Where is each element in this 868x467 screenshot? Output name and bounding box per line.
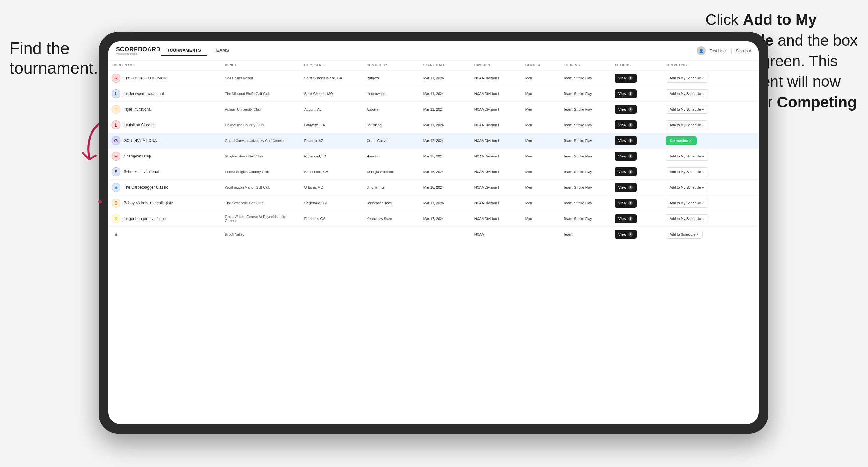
- nav-right: 👤 Test User | Sign out: [697, 46, 751, 55]
- td-venue: Brook Valley: [222, 227, 301, 242]
- add-to-schedule-button[interactable]: Add to My Schedule +: [665, 198, 708, 208]
- td-competing: Add to My Schedule +: [662, 102, 759, 117]
- td-city: Saint Charles, MO: [301, 86, 363, 102]
- add-to-schedule-button[interactable]: Add to My Schedule +: [665, 167, 708, 176]
- view-button[interactable]: View ℹ: [615, 136, 637, 145]
- table-row: T Tiger Invitational Auburn University C…: [108, 102, 759, 117]
- team-logo: G: [112, 136, 121, 145]
- team-logo: B: [112, 198, 121, 208]
- td-gender: Men: [522, 86, 560, 102]
- td-date: Mar 16, 2024: [420, 180, 471, 195]
- td-gender: Men: [522, 70, 560, 86]
- td-scoring: Team, Stroke Play: [560, 70, 611, 86]
- add-to-schedule-button[interactable]: Add to My Schedule +: [665, 121, 708, 129]
- side-dot: [98, 200, 102, 204]
- td-hosted: Grand Canyon: [363, 133, 420, 149]
- team-logo: K: [112, 214, 121, 223]
- td-competing: Add to My Schedule +: [662, 149, 759, 164]
- table-row: L Louisiana Classics Oakbourne Country C…: [108, 117, 759, 133]
- td-hosted: Auburn: [363, 102, 420, 117]
- view-button[interactable]: View ℹ: [615, 74, 637, 83]
- add-to-schedule-button[interactable]: Add to Schedule +: [665, 230, 703, 239]
- td-gender: Men: [522, 133, 560, 149]
- competing-button[interactable]: Competing ✓: [665, 136, 697, 145]
- table-row: S Schenkel Invitational Forest Heights C…: [108, 164, 759, 180]
- tournaments-table: EVENT NAME VENUE CITY, STATE HOSTED BY S…: [108, 60, 759, 242]
- td-venue: Forest Heights Country Club: [222, 164, 301, 180]
- event-name-text: Schenkel Invitational: [124, 169, 159, 174]
- td-competing: Add to My Schedule +: [662, 117, 759, 133]
- view-button[interactable]: View ℹ: [615, 198, 637, 208]
- td-date: Mar 11, 2024: [420, 86, 471, 102]
- logo-area: SCOREBOARD Powered by clippd: [116, 46, 161, 55]
- tablet-screen: SCOREBOARD Powered by clippd TOURNAMENTS…: [108, 41, 759, 424]
- td-scoring: Team, Stroke Play: [560, 195, 611, 211]
- view-button[interactable]: View ℹ: [615, 121, 637, 129]
- view-button[interactable]: View ℹ: [615, 89, 637, 98]
- td-competing: Add to My Schedule +: [662, 180, 759, 195]
- logo-main: SCOREBOARD: [116, 46, 161, 52]
- view-button[interactable]: View ℹ: [615, 152, 637, 161]
- td-division: NCAA Division I: [471, 133, 522, 149]
- sign-out-link[interactable]: Sign out: [736, 49, 751, 53]
- td-event: R The Johnnie - O Individual: [108, 70, 222, 86]
- add-to-schedule-button[interactable]: Add to My Schedule +: [665, 89, 708, 98]
- view-button[interactable]: View ℹ: [615, 183, 637, 192]
- tab-teams[interactable]: TEAMS: [207, 45, 235, 56]
- td-actions: View ℹ: [611, 180, 662, 195]
- td-venue: Auburn University Club: [222, 102, 301, 117]
- event-name-text: Lindenwood Invitational: [124, 92, 163, 96]
- td-date: Mar 17, 2024: [420, 211, 471, 227]
- tab-tournaments[interactable]: TOURNAMENTS: [161, 45, 207, 56]
- td-actions: View ℹ: [611, 149, 662, 164]
- td-city: Phoenix, AZ: [301, 133, 363, 149]
- td-venue: Grand Canyon University Golf Course: [222, 133, 301, 149]
- td-event: T Tiger Invitational: [108, 102, 222, 117]
- td-city: Saint Simons Island, GA: [301, 70, 363, 86]
- th-date: START DATE: [420, 60, 471, 70]
- team-logo: B: [112, 183, 121, 192]
- table-row: G GCU INVITATIONAL Grand Canyon Universi…: [108, 133, 759, 149]
- view-button[interactable]: View ℹ: [615, 214, 637, 223]
- td-division: NCAA Division I: [471, 117, 522, 133]
- add-to-schedule-button[interactable]: Add to My Schedule +: [665, 152, 708, 161]
- view-button[interactable]: View ℹ: [615, 105, 637, 114]
- td-scoring: Team,: [560, 227, 611, 242]
- td-competing: Add to My Schedule +: [662, 70, 759, 86]
- td-date: Mar 11, 2024: [420, 117, 471, 133]
- td-venue: Worthington Manor Golf Club: [222, 180, 301, 195]
- td-actions: View ℹ: [611, 102, 662, 117]
- add-to-schedule-button[interactable]: Add to My Schedule +: [665, 214, 708, 223]
- td-competing: Competing ✓: [662, 133, 759, 149]
- th-scoring: SCORING: [560, 60, 611, 70]
- event-name-text: Champions Cup: [124, 154, 151, 158]
- td-competing: Add to My Schedule +: [662, 195, 759, 211]
- team-logo: R: [112, 74, 121, 83]
- td-city: Urbana, MD: [301, 180, 363, 195]
- view-button[interactable]: View ℹ: [615, 167, 637, 176]
- td-division: NCAA Division I: [471, 211, 522, 227]
- td-date: Mar 17, 2024: [420, 195, 471, 211]
- td-scoring: Team, Stroke Play: [560, 102, 611, 117]
- tablet-frame: SCOREBOARD Powered by clippd TOURNAMENTS…: [99, 32, 768, 434]
- td-venue: Sea Palms Resort: [222, 70, 301, 86]
- td-gender: Men: [522, 102, 560, 117]
- event-name-text: GCU INVITATIONAL: [124, 138, 159, 143]
- td-event: H Champions Cup: [108, 149, 222, 164]
- td-hosted: Tennessee Tech: [363, 195, 420, 211]
- add-to-schedule-button[interactable]: Add to My Schedule +: [665, 105, 708, 114]
- table-header-row: EVENT NAME VENUE CITY, STATE HOSTED BY S…: [108, 60, 759, 70]
- td-gender: [522, 227, 560, 242]
- event-name-text: Bobby Nichols Intercollegiate: [124, 201, 173, 205]
- td-event: L Lindenwood Invitational: [108, 86, 222, 102]
- td-scoring: Team, Stroke Play: [560, 211, 611, 227]
- add-to-schedule-button[interactable]: Add to My Schedule +: [665, 183, 708, 192]
- td-actions: View ℹ: [611, 195, 662, 211]
- team-logo: S: [112, 167, 121, 176]
- view-button[interactable]: View ℹ: [615, 230, 637, 239]
- add-to-schedule-button[interactable]: Add to My Schedule +: [665, 74, 708, 83]
- td-city: [301, 227, 363, 242]
- table-container: EVENT NAME VENUE CITY, STATE HOSTED BY S…: [108, 60, 759, 424]
- td-venue: The Sevierville Golf Club: [222, 195, 301, 211]
- td-city: Auburn, AL: [301, 102, 363, 117]
